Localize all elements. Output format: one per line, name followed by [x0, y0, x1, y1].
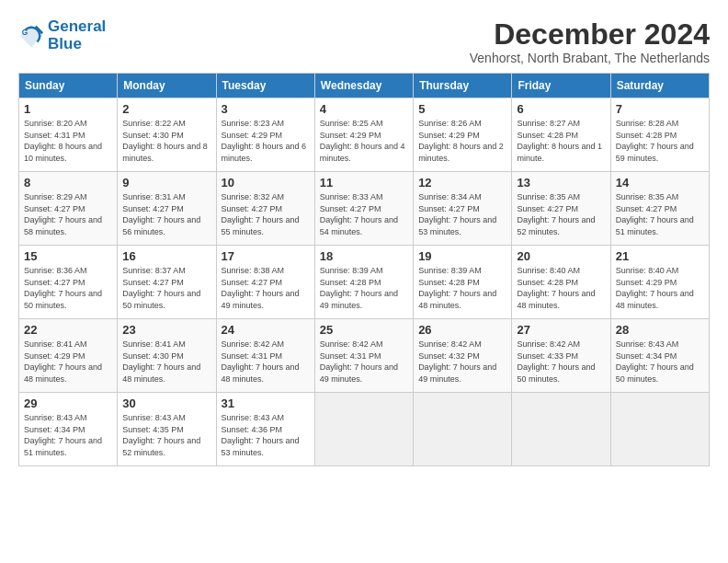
day-info: Sunrise: 8:27 AMSunset: 4:28 PMDaylight:…: [517, 119, 602, 163]
calendar-cell: 12Sunrise: 8:34 AMSunset: 4:27 PMDayligh…: [414, 172, 512, 246]
col-header-friday: Friday: [512, 74, 610, 98]
calendar-cell: 5Sunrise: 8:26 AMSunset: 4:29 PMDaylight…: [414, 98, 512, 172]
calendar-cell: 1Sunrise: 8:20 AMSunset: 4:31 PMDaylight…: [19, 98, 118, 172]
logo: G General Blue: [18, 18, 106, 52]
calendar-cell: 9Sunrise: 8:31 AMSunset: 4:27 PMDaylight…: [118, 172, 216, 246]
svg-text:G: G: [22, 28, 28, 37]
day-info: Sunrise: 8:40 AMSunset: 4:28 PMDaylight:…: [517, 266, 595, 310]
calendar-table: SundayMondayTuesdayWednesdayThursdayFrid…: [18, 73, 710, 466]
calendar-row-2: 8Sunrise: 8:29 AMSunset: 4:27 PMDaylight…: [19, 172, 710, 246]
day-info: Sunrise: 8:35 AMSunset: 4:27 PMDaylight:…: [517, 192, 595, 236]
calendar-cell: 14Sunrise: 8:35 AMSunset: 4:27 PMDayligh…: [610, 172, 709, 246]
day-number: 9: [122, 176, 210, 190]
day-info: Sunrise: 8:39 AMSunset: 4:28 PMDaylight:…: [320, 266, 398, 310]
location-title: Venhorst, North Brabant, The Netherlands: [470, 51, 710, 65]
day-number: 28: [616, 323, 704, 337]
calendar-cell: [512, 393, 610, 466]
calendar-cell: 4Sunrise: 8:25 AMSunset: 4:29 PMDaylight…: [314, 98, 413, 172]
calendar-cell: 6Sunrise: 8:27 AMSunset: 4:28 PMDaylight…: [512, 98, 610, 172]
day-number: 3: [222, 102, 310, 116]
calendar-cell: 11Sunrise: 8:33 AMSunset: 4:27 PMDayligh…: [314, 172, 413, 246]
day-number: 13: [517, 176, 605, 190]
calendar-cell: 20Sunrise: 8:40 AMSunset: 4:28 PMDayligh…: [512, 246, 610, 319]
day-number: 2: [122, 102, 210, 116]
calendar-cell: [314, 393, 413, 466]
col-header-saturday: Saturday: [610, 74, 709, 98]
day-info: Sunrise: 8:26 AMSunset: 4:29 PMDaylight:…: [418, 119, 504, 163]
day-number: 6: [517, 102, 605, 116]
day-number: 1: [24, 102, 112, 116]
day-info: Sunrise: 8:28 AMSunset: 4:28 PMDaylight:…: [616, 119, 694, 163]
calendar-cell: 25Sunrise: 8:42 AMSunset: 4:31 PMDayligh…: [314, 319, 413, 393]
day-number: 11: [320, 176, 408, 190]
day-info: Sunrise: 8:42 AMSunset: 4:31 PMDaylight:…: [222, 339, 300, 384]
col-header-thursday: Thursday: [414, 74, 512, 98]
day-info: Sunrise: 8:43 AMSunset: 4:35 PMDaylight:…: [122, 413, 200, 457]
day-number: 7: [616, 102, 704, 116]
title-block: December 2024 Venhorst, North Brabant, T…: [470, 18, 710, 65]
day-number: 14: [616, 176, 704, 190]
day-info: Sunrise: 8:42 AMSunset: 4:32 PMDaylight:…: [418, 339, 496, 384]
logo-line2: Blue: [48, 36, 106, 53]
day-info: Sunrise: 8:32 AMSunset: 4:27 PMDaylight:…: [222, 192, 300, 236]
calendar-cell: 8Sunrise: 8:29 AMSunset: 4:27 PMDaylight…: [19, 172, 118, 246]
day-info: Sunrise: 8:20 AMSunset: 4:31 PMDaylight:…: [24, 119, 102, 163]
day-info: Sunrise: 8:40 AMSunset: 4:29 PMDaylight:…: [616, 266, 694, 310]
day-info: Sunrise: 8:39 AMSunset: 4:28 PMDaylight:…: [418, 266, 496, 310]
calendar-cell: 10Sunrise: 8:32 AMSunset: 4:27 PMDayligh…: [216, 172, 314, 246]
calendar-cell: 29Sunrise: 8:43 AMSunset: 4:34 PMDayligh…: [19, 393, 118, 466]
day-info: Sunrise: 8:43 AMSunset: 4:36 PMDaylight:…: [222, 413, 300, 457]
day-number: 16: [122, 249, 210, 263]
day-info: Sunrise: 8:25 AMSunset: 4:29 PMDaylight:…: [320, 119, 405, 163]
calendar-cell: [610, 393, 709, 466]
calendar-row-1: 1Sunrise: 8:20 AMSunset: 4:31 PMDaylight…: [19, 98, 710, 172]
calendar-cell: 2Sunrise: 8:22 AMSunset: 4:30 PMDaylight…: [118, 98, 216, 172]
calendar-cell: 16Sunrise: 8:37 AMSunset: 4:27 PMDayligh…: [118, 246, 216, 319]
logo-line1: General: [48, 18, 106, 36]
calendar-cell: 31Sunrise: 8:43 AMSunset: 4:36 PMDayligh…: [216, 393, 314, 466]
calendar-cell: 23Sunrise: 8:41 AMSunset: 4:30 PMDayligh…: [118, 319, 216, 393]
day-number: 23: [122, 323, 210, 337]
day-number: 12: [418, 176, 506, 190]
day-number: 10: [222, 176, 310, 190]
day-info: Sunrise: 8:42 AMSunset: 4:33 PMDaylight:…: [517, 339, 595, 384]
calendar-cell: 15Sunrise: 8:36 AMSunset: 4:27 PMDayligh…: [19, 246, 118, 319]
calendar-cell: 27Sunrise: 8:42 AMSunset: 4:33 PMDayligh…: [512, 319, 610, 393]
calendar-row-5: 29Sunrise: 8:43 AMSunset: 4:34 PMDayligh…: [19, 393, 710, 466]
calendar-cell: 24Sunrise: 8:42 AMSunset: 4:31 PMDayligh…: [216, 319, 314, 393]
calendar-cell: 30Sunrise: 8:43 AMSunset: 4:35 PMDayligh…: [118, 393, 216, 466]
logo-icon: G: [18, 23, 44, 49]
day-number: 5: [418, 102, 506, 116]
calendar-cell: 17Sunrise: 8:38 AMSunset: 4:27 PMDayligh…: [216, 246, 314, 319]
day-info: Sunrise: 8:42 AMSunset: 4:31 PMDaylight:…: [320, 339, 398, 384]
calendar-row-3: 15Sunrise: 8:36 AMSunset: 4:27 PMDayligh…: [19, 246, 710, 319]
calendar-cell: 3Sunrise: 8:23 AMSunset: 4:29 PMDaylight…: [216, 98, 314, 172]
day-info: Sunrise: 8:34 AMSunset: 4:27 PMDaylight:…: [418, 192, 496, 236]
day-number: 27: [517, 323, 605, 337]
day-number: 30: [122, 396, 210, 410]
day-number: 20: [517, 249, 605, 263]
day-number: 17: [222, 249, 310, 263]
calendar-cell: 26Sunrise: 8:42 AMSunset: 4:32 PMDayligh…: [414, 319, 512, 393]
col-header-sunday: Sunday: [19, 74, 118, 98]
day-info: Sunrise: 8:38 AMSunset: 4:27 PMDaylight:…: [222, 266, 300, 310]
col-header-wednesday: Wednesday: [314, 74, 413, 98]
month-title: December 2024: [470, 18, 710, 51]
day-info: Sunrise: 8:37 AMSunset: 4:27 PMDaylight:…: [122, 266, 200, 310]
day-number: 24: [222, 323, 310, 337]
day-number: 19: [418, 249, 506, 263]
day-info: Sunrise: 8:36 AMSunset: 4:27 PMDaylight:…: [24, 266, 102, 310]
day-info: Sunrise: 8:31 AMSunset: 4:27 PMDaylight:…: [122, 192, 200, 236]
calendar-row-4: 22Sunrise: 8:41 AMSunset: 4:29 PMDayligh…: [19, 319, 710, 393]
calendar-cell: 13Sunrise: 8:35 AMSunset: 4:27 PMDayligh…: [512, 172, 610, 246]
day-number: 4: [320, 102, 408, 116]
day-number: 15: [24, 249, 112, 263]
calendar-cell: 18Sunrise: 8:39 AMSunset: 4:28 PMDayligh…: [314, 246, 413, 319]
day-info: Sunrise: 8:22 AMSunset: 4:30 PMDaylight:…: [122, 119, 208, 163]
calendar-cell: 28Sunrise: 8:43 AMSunset: 4:34 PMDayligh…: [610, 319, 709, 393]
col-header-monday: Monday: [118, 74, 216, 98]
calendar-cell: 19Sunrise: 8:39 AMSunset: 4:28 PMDayligh…: [414, 246, 512, 319]
day-info: Sunrise: 8:33 AMSunset: 4:27 PMDaylight:…: [320, 192, 398, 236]
day-info: Sunrise: 8:23 AMSunset: 4:29 PMDaylight:…: [222, 119, 307, 163]
day-info: Sunrise: 8:41 AMSunset: 4:29 PMDaylight:…: [24, 339, 102, 384]
